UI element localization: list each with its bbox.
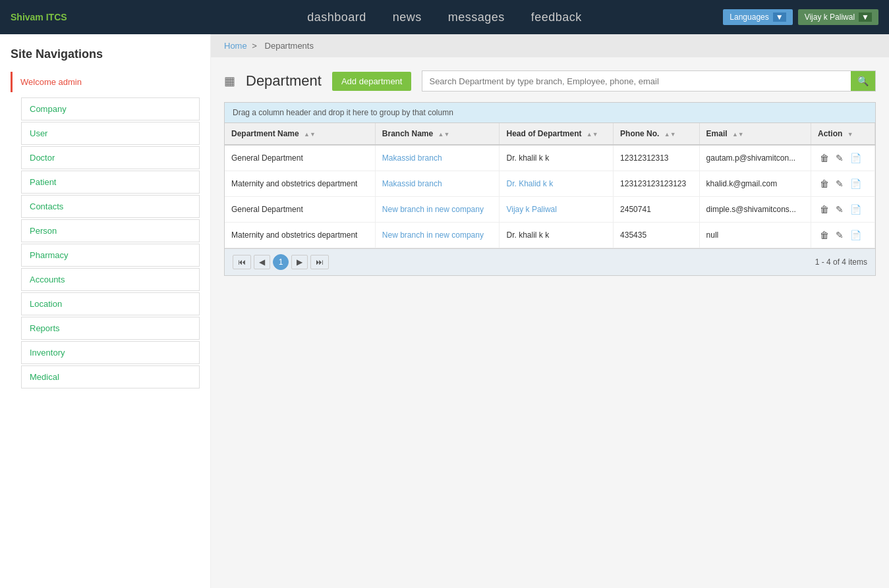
col-email[interactable]: Email ▲▼ [699,123,811,145]
view-icon[interactable]: 📄 [848,177,863,190]
sidebar-nav: Company User Doctor Patient Contacts Per… [11,97,200,388]
cell-email: null [699,223,811,248]
cell-phone: 12312312313 [614,145,699,171]
page-first-button[interactable]: ⏮ [233,255,251,269]
sidebar-item-company[interactable]: Company [21,97,200,120]
sidebar-item-contacts[interactable]: Contacts [21,195,200,218]
user-arrow-icon: ▼ [859,13,872,22]
nav-news[interactable]: news [393,11,422,24]
sidebar-item-location[interactable]: Location [21,292,200,315]
department-grid-icon: ▦ [224,74,235,88]
col-branch-name[interactable]: Branch Name ▲▼ [375,123,500,145]
cell-head-of-dept: Dr. Khalid k k [500,171,614,197]
view-icon[interactable]: 📄 [848,203,863,216]
cell-dept-name: General Department [225,197,375,223]
cell-action: 🗑 ✎ 📄 [811,171,875,197]
cell-dept-name: Maternity and obstetrics department [225,223,375,248]
cell-dept-name: Maternity and obstetrics department [225,171,375,197]
col-dept-name[interactable]: Department Name ▲▼ [225,123,375,145]
col-action[interactable]: Action ▼ [811,123,875,145]
department-table: Department Name ▲▼ Branch Name ▲▼ Head o… [225,123,875,248]
sidebar-item-person[interactable]: Person [21,219,200,242]
sidebar-item-patient[interactable]: Patient [21,171,200,194]
search-box: 🔍 [422,70,876,92]
sidebar-item-reports[interactable]: Reports [21,317,200,340]
breadcrumb-home[interactable]: Home [224,41,247,51]
main-content: Home > Departments ▦ Department Add depa… [211,34,889,588]
nav-feedback[interactable]: feedback [531,11,582,24]
page-1-button[interactable]: 1 [273,254,289,270]
cell-dept-name: General Department [225,145,375,171]
page-prev-button[interactable]: ◀ [254,255,270,269]
sidebar-item-accounts[interactable]: Accounts [21,268,200,291]
sidebar-welcome: Welcome admin [11,72,200,92]
cell-action: 🗑 ✎ 📄 [811,145,875,171]
page-last-button[interactable]: ⏭ [310,255,329,269]
search-input[interactable] [422,72,851,91]
nav-messages[interactable]: messages [448,11,505,24]
search-button[interactable]: 🔍 [851,71,875,91]
cell-phone: 435435 [614,223,699,248]
view-icon[interactable]: 📄 [848,151,863,165]
sidebar-item-medical[interactable]: Medical [21,365,200,388]
sort-arrow-email: ▲▼ [732,131,744,138]
breadcrumb-current: Departments [265,41,314,51]
cell-head-of-dept: Vijay k Paliwal [500,197,614,223]
edit-icon[interactable]: ✎ [834,151,846,165]
sort-arrow-phone: ▲▼ [664,131,676,138]
table-container: Drag a column header and drop it here to… [224,102,876,276]
sidebar-item-inventory[interactable]: Inventory [21,341,200,364]
nav-right: Languages ▼ Vijay k Paliwal ▼ [723,9,878,25]
dept-header: ▦ Department Add department 🔍 [211,70,889,102]
sort-arrow-action: ▼ [847,131,853,138]
cell-email: khalid.k@gmail.com [699,171,811,197]
user-button[interactable]: Vijay k Paliwal ▼ [798,9,878,25]
languages-button[interactable]: Languages ▼ [723,9,792,25]
delete-icon[interactable]: 🗑 [818,151,831,165]
cell-phone: 123123123123123 [614,171,699,197]
edit-icon[interactable]: ✎ [834,228,846,242]
delete-icon[interactable]: 🗑 [818,203,831,216]
cell-branch-name: New branch in new company [375,223,500,248]
cell-head-of-dept: Dr. khalil k k [500,145,614,171]
page-title: Department [246,72,322,90]
table-row: Maternity and obstetrics departmentMakas… [225,171,875,197]
layout: Site Navigations Welcome admin Company U… [0,34,889,588]
cell-phone: 2450741 [614,197,699,223]
cell-action: 🗑 ✎ 📄 [811,223,875,248]
sort-arrow-branch: ▲▼ [438,131,450,138]
cell-branch-name: New branch in new company [375,197,500,223]
sidebar-item-user[interactable]: User [21,122,200,145]
cell-email: dimple.s@shivamitcons... [699,197,811,223]
table-header-row: Department Name ▲▼ Branch Name ▲▼ Head o… [225,123,875,145]
nav-dashboard[interactable]: dashboard [307,11,366,24]
sort-arrow-head: ▲▼ [587,131,598,138]
table-row: General DepartmentMakassid branchDr. kha… [225,145,875,171]
col-phone[interactable]: Phone No. ▲▼ [614,123,699,145]
page-count: 1 - 4 of 4 items [815,257,867,267]
col-head-of-dept[interactable]: Head of Department ▲▼ [500,123,614,145]
table-row: General DepartmentNew branch in new comp… [225,197,875,223]
drag-hint: Drag a column header and drop it here to… [225,103,875,123]
view-icon[interactable]: 📄 [848,228,863,242]
sort-arrow-dept: ▲▼ [304,131,316,138]
cell-action: 🗑 ✎ 📄 [811,197,875,223]
breadcrumb-separator: > [252,41,257,51]
brand-logo: Shivam ITCS [11,12,67,22]
cell-branch-name: Makassid branch [375,171,500,197]
delete-icon[interactable]: 🗑 [818,228,831,242]
sidebar-item-pharmacy[interactable]: Pharmacy [21,244,200,267]
page-next-button[interactable]: ▶ [291,255,308,269]
cell-email: gautam.p@shivamitcon... [699,145,811,171]
sidebar: Site Navigations Welcome admin Company U… [0,34,211,588]
cell-branch-name: Makassid branch [375,145,500,171]
languages-arrow-icon: ▼ [773,13,786,22]
edit-icon[interactable]: ✎ [834,177,846,190]
table-row: Maternity and obstetrics departmentNew b… [225,223,875,248]
pagination-controls: ⏮ ◀ 1 ▶ ⏭ [233,254,329,270]
sidebar-item-doctor[interactable]: Doctor [21,146,200,169]
cell-head-of-dept: Dr. khalil k k [500,223,614,248]
delete-icon[interactable]: 🗑 [818,177,831,190]
add-department-button[interactable]: Add department [332,72,412,91]
edit-icon[interactable]: ✎ [834,203,846,216]
